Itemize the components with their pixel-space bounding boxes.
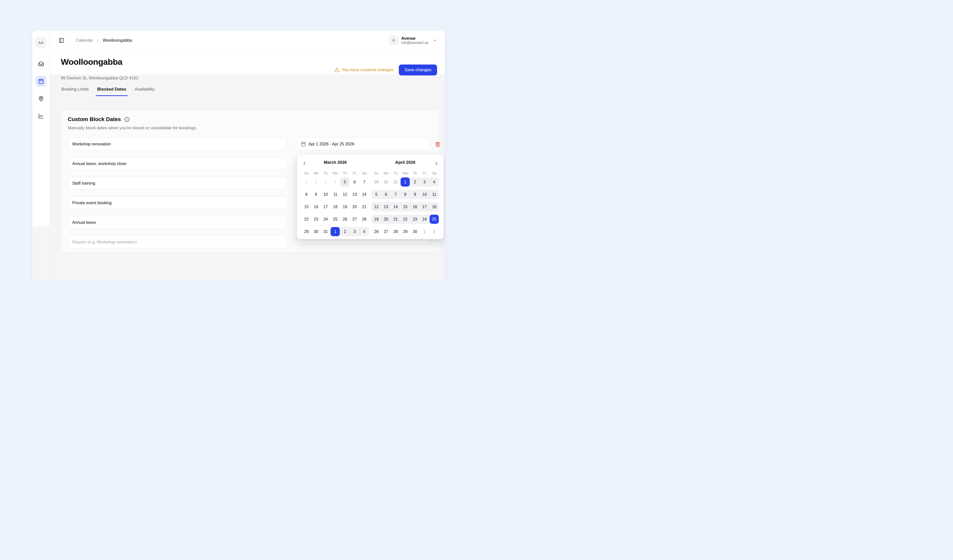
calendar-day[interactable]: 15 xyxy=(301,202,311,211)
calendar-day[interactable]: 8 xyxy=(400,190,410,199)
calendar-day[interactable]: 23 xyxy=(311,215,321,224)
calendar-day[interactable]: 31 xyxy=(321,227,331,236)
calendar-day-number: 27 xyxy=(382,227,391,236)
calendar-day[interactable]: 26 xyxy=(340,215,350,224)
calendar-day[interactable]: 15 xyxy=(400,202,410,211)
sidebar-item-locations[interactable] xyxy=(36,93,47,104)
calendar-day[interactable]: 16 xyxy=(410,202,420,211)
calendar-day[interactable]: 26 xyxy=(371,227,381,236)
reason-input[interactable] xyxy=(68,138,286,150)
calendar-day[interactable]: 2 xyxy=(340,227,350,236)
calendar-day[interactable]: 4 xyxy=(331,177,340,186)
calendar-day[interactable]: 10 xyxy=(321,190,331,199)
calendar-day[interactable]: 20 xyxy=(381,215,391,224)
calendar-day[interactable]: 18 xyxy=(331,202,340,211)
calendar-day[interactable]: 4 xyxy=(429,177,439,186)
calendar-day[interactable]: 14 xyxy=(391,202,400,211)
calendar-day[interactable]: 13 xyxy=(350,190,359,199)
calendar-day[interactable]: 19 xyxy=(340,202,350,211)
tab-blocked-dates[interactable]: Blocked Dates xyxy=(97,87,126,96)
account-menu[interactable]: A Avenue info@avenue2.au xyxy=(389,36,437,45)
reason-input[interactable] xyxy=(68,177,286,189)
calendar-day[interactable]: 21 xyxy=(391,215,400,224)
calendar-day[interactable]: 2 xyxy=(410,177,420,186)
tab-availability[interactable]: Availability xyxy=(135,87,155,96)
calendar-day[interactable]: 12 xyxy=(340,190,350,199)
calendar-day[interactable]: 28 xyxy=(391,227,400,236)
calendar-day[interactable]: 30 xyxy=(410,227,420,236)
calendar-day[interactable]: 6 xyxy=(381,190,391,199)
calendar-day[interactable]: 1 xyxy=(420,227,429,236)
calendar-day[interactable]: 31 xyxy=(391,177,400,186)
calendar-day[interactable]: 25 xyxy=(331,215,340,224)
calendar-day[interactable]: 5 xyxy=(340,177,350,186)
tab-booking-limits[interactable]: Booking Limits xyxy=(61,87,89,96)
calendar-day[interactable]: 25 xyxy=(429,215,439,224)
calendar-day[interactable]: 19 xyxy=(371,215,381,224)
calendar-day[interactable]: 9 xyxy=(311,190,321,199)
reason-input[interactable] xyxy=(68,216,286,229)
calendar-day[interactable]: 24 xyxy=(321,215,331,224)
reason-input[interactable] xyxy=(68,236,286,248)
weekday-label: We xyxy=(400,171,410,175)
workspace-logo[interactable]: AA xyxy=(36,37,47,48)
calendar-day[interactable]: 1 xyxy=(301,177,311,186)
delete-row-button[interactable] xyxy=(435,141,441,147)
calendar-day[interactable]: 28 xyxy=(359,215,369,224)
calendar-day[interactable]: 22 xyxy=(301,215,311,224)
reason-input[interactable] xyxy=(68,157,286,170)
calendar-day[interactable]: 29 xyxy=(400,227,410,236)
calendar-day[interactable]: 22 xyxy=(400,215,410,224)
calendar-day[interactable]: 11 xyxy=(331,190,340,199)
date-range-input[interactable]: Apr 1 2026 - Apr 25 2026 xyxy=(297,138,430,150)
calendar-day[interactable]: 23 xyxy=(410,215,420,224)
calendar-day[interactable]: 9 xyxy=(410,190,420,199)
calendar-day[interactable]: 27 xyxy=(381,227,391,236)
reason-input[interactable] xyxy=(68,196,286,209)
calendar-day-number: 4 xyxy=(360,227,369,236)
calendar-day[interactable]: 17 xyxy=(321,202,331,211)
calendar-day[interactable]: 18 xyxy=(429,202,439,211)
calendar-day[interactable]: 3 xyxy=(420,177,429,186)
sidebar-item-inbox[interactable] xyxy=(36,58,47,69)
calendar-day[interactable]: 16 xyxy=(311,202,321,211)
calendar-day[interactable]: 7 xyxy=(391,190,400,199)
sidebar-item-calendar[interactable] xyxy=(36,76,47,87)
calendar-day[interactable]: 10 xyxy=(420,190,429,199)
calendar-day-number: 19 xyxy=(340,202,349,211)
info-icon[interactable] xyxy=(124,117,130,122)
calendar-day[interactable]: 5 xyxy=(371,190,381,199)
next-month-button[interactable] xyxy=(433,160,439,166)
breadcrumb-parent[interactable]: Calendar xyxy=(76,38,93,43)
save-changes-button[interactable]: Save changes xyxy=(399,65,437,75)
calendar-day[interactable]: 7 xyxy=(359,177,369,186)
calendar-day[interactable]: 21 xyxy=(359,202,369,211)
calendar-day[interactable]: 6 xyxy=(350,177,359,186)
calendar-day[interactable]: 2 xyxy=(311,177,321,186)
calendar-day[interactable]: 4 xyxy=(359,227,369,236)
calendar-day[interactable]: 12 xyxy=(371,202,381,211)
sidebar-toggle-button[interactable] xyxy=(58,37,65,44)
calendar-day[interactable]: 8 xyxy=(301,190,311,199)
calendar-day[interactable]: 13 xyxy=(381,202,391,211)
calendar-day[interactable]: 2 xyxy=(429,227,439,236)
calendar-day[interactable]: 3 xyxy=(350,227,359,236)
calendar-day[interactable]: 20 xyxy=(350,202,359,211)
calendar-week: 891011121314 xyxy=(301,190,369,199)
calendar-day[interactable]: 1 xyxy=(331,227,340,236)
calendar-day[interactable]: 30 xyxy=(311,227,321,236)
calendar-day[interactable]: 30 xyxy=(381,177,391,186)
calendar-day[interactable]: 11 xyxy=(429,190,439,199)
calendar-day[interactable]: 24 xyxy=(420,215,429,224)
calendar-day[interactable]: 17 xyxy=(420,202,429,211)
weekday-header: SuMoTuWeThFrSa xyxy=(301,171,369,175)
calendar-day[interactable]: 14 xyxy=(359,190,369,199)
calendar-day[interactable]: 1 xyxy=(400,177,410,186)
calendar-day[interactable]: 29 xyxy=(301,227,311,236)
calendar-day[interactable]: 29 xyxy=(371,177,381,186)
calendar-day[interactable]: 27 xyxy=(350,215,359,224)
calendar-day-number: 9 xyxy=(410,190,419,199)
calendar-day[interactable]: 3 xyxy=(321,177,331,186)
sidebar-item-analytics[interactable] xyxy=(36,110,47,121)
previous-month-button[interactable] xyxy=(301,160,307,166)
